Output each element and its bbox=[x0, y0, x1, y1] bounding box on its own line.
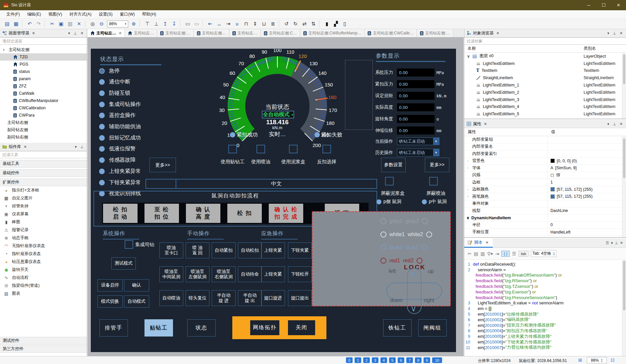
param-more-button[interactable]: 更多>> bbox=[425, 158, 449, 172]
code-line-12[interactable]: 8 em[2010004]="卸扣压力传感器故障" bbox=[464, 328, 622, 334]
pin-icon[interactable]: ⊥ bbox=[73, 31, 78, 35]
tree-page-CWBufferManipulator[interactable]: CWBufferManipulator bbox=[0, 97, 87, 104]
shield-checkbox-1[interactable] bbox=[429, 177, 438, 185]
radio-circle[interactable] bbox=[380, 218, 386, 224]
component-section-1[interactable]: 基础控件 bbox=[0, 169, 87, 177]
zoom-page-icon[interactable]: ⊞ bbox=[578, 357, 582, 363]
code-line-2[interactable]: feedback.field("tzg.BreakOffSensorAlarm"… bbox=[464, 273, 622, 278]
tree-page-CWCalibration[interactable]: CWCalibration bbox=[0, 104, 87, 112]
tool-filter-input[interactable] bbox=[0, 151, 87, 158]
indent-icon[interactable]: ⇥ bbox=[495, 251, 499, 256]
align-middle-icon[interactable]: ⇕ bbox=[251, 20, 259, 28]
manual-op-button-1-1[interactable]: 喷油至左侧鼠洞 bbox=[186, 266, 209, 282]
mousehole-radio-1[interactable]: p中 鼠洞 bbox=[422, 199, 458, 205]
mouse-mode-icon[interactable]: ⚲▾ bbox=[487, 251, 493, 256]
tab-7[interactable]: 主司钻左侧:CWCalib… bbox=[365, 29, 417, 37]
tree-page-CatWalk[interactable]: CatWalk bbox=[0, 90, 87, 97]
page-button-7[interactable]: 7 bbox=[406, 357, 413, 363]
code-line-1[interactable]: 2 sennorAlarm = bbox=[464, 267, 622, 273]
menu-item-0[interactable]: 文件(F) bbox=[3, 10, 24, 19]
copy-icon[interactable]: ▤ bbox=[474, 251, 478, 256]
property-row-13[interactable]: 手柄位置HandleLeft bbox=[464, 229, 626, 236]
test-mode-button[interactable]: 测试模式 bbox=[111, 257, 136, 270]
manual-op-button-0-2[interactable]: 自动紧扣 bbox=[212, 242, 236, 258]
mousehole-radio-0[interactable]: p侧 鼠洞 bbox=[376, 199, 413, 205]
tree-page-CWPara[interactable]: CWPara bbox=[0, 112, 87, 119]
page-button-0[interactable]: 0 bbox=[346, 357, 353, 363]
panel-menu-icon[interactable]: ▾ bbox=[606, 122, 610, 126]
copy-icon[interactable]: ▣ bbox=[57, 20, 66, 28]
object-row-4[interactable]: LightTextEditItem_1LightTextEditItem bbox=[464, 81, 626, 89]
pin-icon[interactable]: ⊥ bbox=[79, 145, 85, 149]
component-item-6[interactable]: ⊕动态手柄 bbox=[0, 234, 87, 242]
component-item-0[interactable]: ◒指示灯+文本框 bbox=[0, 186, 87, 194]
paste-icon[interactable]: ▥ bbox=[66, 20, 75, 28]
close-icon[interactable]: ✕ bbox=[619, 31, 624, 35]
code-line-13[interactable]: 9 em[2010005]="上钳夹紧力传感器故障" bbox=[464, 334, 622, 339]
left-chevron-icon[interactable]: ‹ bbox=[390, 286, 392, 293]
tree-page-TZG[interactable]: TZG bbox=[0, 53, 87, 61]
code-line-4[interactable]: feedback.field("tzg.TZsensor") or bbox=[464, 284, 622, 289]
language-bar[interactable]: 中文 bbox=[176, 179, 377, 189]
right-bottom-button-0[interactable]: 铁钻工 bbox=[383, 319, 412, 337]
panel-menu-icon[interactable]: ▾ bbox=[606, 31, 610, 35]
menu-item-5[interactable]: 窗口(W) bbox=[116, 10, 139, 19]
tree-page-ZFZ[interactable]: ZFZ bbox=[0, 82, 87, 90]
radio-circle[interactable] bbox=[417, 258, 423, 264]
menu-item-1[interactable]: 编辑(E) bbox=[24, 10, 45, 19]
page-button-6[interactable]: 6 bbox=[398, 357, 404, 363]
design-canvas[interactable]: 状态显示急停通信中断防碰互锁集成司钻操作遥控盒操作辅助功能供油扭矩记忆成功低液位… bbox=[91, 49, 456, 352]
checkbox-3[interactable] bbox=[322, 145, 331, 153]
page-button-4[interactable]: 4 bbox=[380, 357, 387, 363]
emergency-op-button-0-0[interactable]: 上钳夹紧 bbox=[261, 242, 285, 258]
flow-step-2[interactable]: 确 认高 度 bbox=[186, 204, 220, 223]
fit-view-icon[interactable]: ⊡ bbox=[611, 357, 615, 363]
page-button-1[interactable]: 1 bbox=[355, 357, 361, 363]
tab-6[interactable]: 主司钻左侧:CWBufferManip… bbox=[300, 29, 365, 37]
property-row-3[interactable]: ›背景色[0, 0, 0] (0) bbox=[464, 158, 626, 165]
flow-step-1[interactable]: 至 松扣 位 bbox=[144, 204, 179, 223]
tree-group-2[interactable]: 副司钻右侧 bbox=[0, 133, 87, 141]
component-item-8[interactable]: ◔指针扇形仪表盘 bbox=[0, 250, 87, 258]
select-box[interactable]: 铁钻工未启动▼ bbox=[397, 137, 439, 145]
footer-section-0[interactable]: 测试控件 bbox=[0, 337, 87, 344]
object-browser-scrollbar[interactable] bbox=[622, 53, 626, 119]
panel-dropdown-icon[interactable]: ▾ bbox=[610, 241, 614, 245]
panel-menu-icon[interactable]: ☰ bbox=[605, 241, 610, 245]
redo-icon[interactable]: ↷ bbox=[34, 20, 43, 28]
radio-circle[interactable] bbox=[422, 218, 428, 224]
manual-op-button-2-3[interactable]: 半自动旋 出 bbox=[238, 290, 262, 306]
property-row-4[interactable]: ›字体A[SimSun, 9] bbox=[464, 165, 626, 172]
property-row-12[interactable]: 半径0 bbox=[464, 222, 626, 229]
align-bottom-icon[interactable]: ⊔ bbox=[259, 20, 268, 28]
align-top-edge-icon[interactable]: ⊤ bbox=[143, 20, 152, 28]
page-button-9[interactable]: 9 bbox=[424, 357, 430, 363]
component-library-close-icon[interactable]: ✕ bbox=[23, 145, 28, 149]
radio-circle[interactable] bbox=[380, 258, 386, 264]
delete-icon[interactable]: ✕ bbox=[75, 20, 84, 28]
preview-eye-icon[interactable]: ◎ bbox=[88, 20, 97, 28]
minimize-button[interactable]: ─ bbox=[581, 0, 596, 10]
save-icon[interactable]: ▤ bbox=[3, 20, 12, 28]
object-row-5[interactable]: LightTextEditItem_2LightTextEditItem bbox=[464, 89, 626, 96]
down-chevron-icon[interactable]: ∨ bbox=[411, 305, 417, 313]
component-item-12[interactable]: ⊞指梁组件(管道) bbox=[0, 282, 87, 289]
checkbox-2[interactable] bbox=[289, 145, 298, 153]
panel-menu-icon[interactable]: ▾ bbox=[67, 31, 71, 35]
system-op-button-1-1[interactable]: 自动模式 bbox=[124, 295, 149, 308]
align-justify-icon[interactable]: ≡ bbox=[233, 20, 242, 28]
object-row-7[interactable]: LightTextEditItem_4LightTextEditItem bbox=[464, 103, 626, 111]
cut-icon[interactable]: ✂ bbox=[48, 20, 57, 28]
zoom-spinner-icon[interactable]: ▲▼ bbox=[601, 358, 603, 362]
script-tab[interactable]: 脚本 ✕ bbox=[464, 238, 493, 248]
fill-frame-icon[interactable]: ▯ bbox=[340, 20, 349, 28]
toolbar-zoom-combo[interactable]: 86%▾ bbox=[107, 21, 128, 27]
manual-op-button-1-2[interactable]: 喷油至右侧鼠洞 bbox=[212, 266, 236, 282]
page-button-8[interactable]: 8 bbox=[415, 357, 422, 363]
object-row-6[interactable]: LightTextEditItem_3LightTextEditItem bbox=[464, 96, 626, 103]
property-row-6[interactable]: 边框1 bbox=[464, 179, 626, 186]
bottom-button-0[interactable]: 排管手 bbox=[99, 319, 128, 337]
close-icon[interactable]: ✕ bbox=[619, 122, 624, 126]
emergency-op-button-1-0[interactable]: 上钳夹紧 bbox=[261, 266, 285, 282]
flip-horizontal-icon[interactable]: ⇄ bbox=[300, 20, 309, 28]
